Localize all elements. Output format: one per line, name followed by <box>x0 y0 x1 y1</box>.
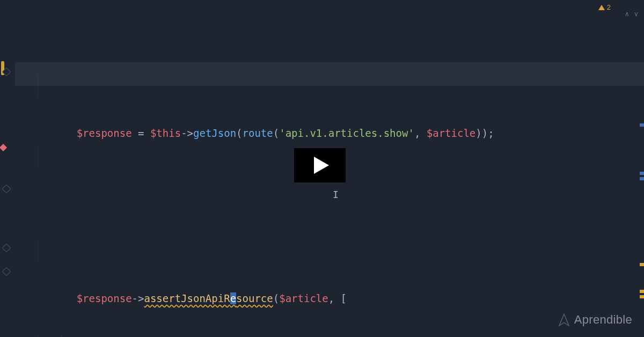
scrollbar-marker <box>640 172 644 175</box>
scrollbar-marker <box>640 295 644 298</box>
scrollbar-marker <box>640 123 644 127</box>
warning-count: 2 <box>607 3 611 12</box>
scrollbar-marker <box>640 263 644 266</box>
token-variable: $response <box>77 127 132 139</box>
breakpoint-icon[interactable] <box>0 144 7 151</box>
play-button[interactable] <box>294 148 346 182</box>
play-icon <box>314 157 329 174</box>
watermark-text: Aprendible <box>574 308 632 332</box>
selection: e <box>230 292 236 304</box>
inspection-warning-badge[interactable]: 2 <box>598 3 611 12</box>
chevron-down-icon[interactable]: ∨ <box>634 2 639 26</box>
fold-marker-icon[interactable] <box>2 244 11 253</box>
token-method-warning: assertJsonApiR <box>144 292 230 304</box>
code-editor[interactable]: $response = $this->getJson(route('api.v1… <box>0 0 644 337</box>
scrollbar-marker <box>640 290 644 293</box>
watermark: Aprendible <box>558 308 632 332</box>
chevron-up-icon[interactable]: ∧ <box>625 2 630 26</box>
inspection-nav[interactable]: ∧ ∨ <box>625 2 639 26</box>
fold-marker-icon[interactable] <box>2 267 11 276</box>
code-line[interactable]: $response->assertJsonApiResource($articl… <box>16 239 638 263</box>
fold-marker-icon[interactable] <box>2 185 11 194</box>
scrollbar[interactable] <box>639 11 644 337</box>
editor-gutter <box>0 0 15 337</box>
warning-icon <box>598 5 605 10</box>
logo-icon <box>558 313 570 327</box>
scrollbar-marker <box>640 177 644 180</box>
code-line[interactable]: $response = $this->getJson(route('api.v1… <box>16 74 638 98</box>
text-cursor-icon: I <box>333 190 334 202</box>
code-line[interactable]: 'title' => $article->title, <box>16 334 638 337</box>
